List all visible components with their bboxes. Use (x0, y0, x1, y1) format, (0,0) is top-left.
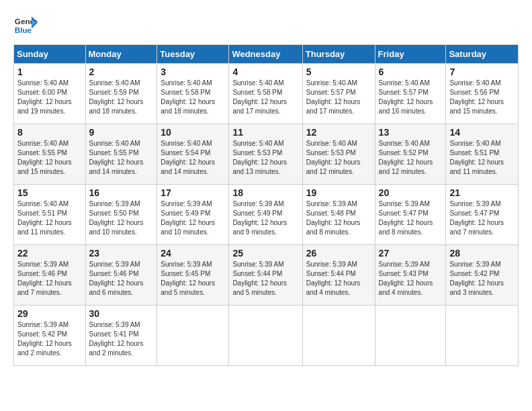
day-number: 15 (17, 187, 82, 198)
calendar-table: SundayMondayTuesdayWednesdayThursdayFrid… (13, 44, 519, 366)
day-detail: Sunrise: 5:40 AMSunset: 6:00 PMDaylight:… (17, 79, 72, 115)
day-number: 24 (161, 248, 225, 259)
day-number: 14 (449, 127, 515, 138)
day-detail: Sunrise: 5:40 AMSunset: 5:53 PMDaylight:… (232, 140, 287, 175)
day-detail: Sunrise: 5:39 AMSunset: 5:44 PMDaylight:… (306, 261, 361, 296)
calendar-cell: 21 Sunrise: 5:39 AMSunset: 5:47 PMDaylig… (446, 185, 519, 245)
calendar-cell: 24 Sunrise: 5:39 AMSunset: 5:45 PMDaylig… (157, 245, 229, 306)
day-number: 11 (232, 127, 298, 138)
day-detail: Sunrise: 5:40 AMSunset: 5:54 PMDaylight:… (161, 140, 215, 175)
day-detail: Sunrise: 5:39 AMSunset: 5:44 PMDaylight:… (232, 261, 287, 296)
day-number: 10 (161, 127, 225, 138)
week-row-3: 15 Sunrise: 5:40 AMSunset: 5:51 PMDaylig… (14, 185, 519, 245)
day-number: 21 (449, 187, 515, 198)
day-detail: Sunrise: 5:39 AMSunset: 5:46 PMDaylight:… (17, 261, 72, 296)
col-header-friday: Friday (375, 45, 446, 64)
calendar-cell: 22 Sunrise: 5:39 AMSunset: 5:46 PMDaylig… (14, 245, 86, 306)
day-detail: Sunrise: 5:40 AMSunset: 5:57 PMDaylight:… (379, 79, 433, 115)
day-detail: Sunrise: 5:39 AMSunset: 5:50 PMDaylight:… (89, 200, 144, 236)
day-number: 19 (306, 187, 371, 198)
calendar-cell: 19 Sunrise: 5:39 AMSunset: 5:48 PMDaylig… (302, 185, 375, 245)
calendar-cell: 18 Sunrise: 5:39 AMSunset: 5:49 PMDaylig… (229, 185, 302, 245)
col-header-wednesday: Wednesday (229, 45, 302, 64)
week-row-4: 22 Sunrise: 5:39 AMSunset: 5:46 PMDaylig… (14, 245, 519, 306)
day-number: 12 (306, 127, 371, 138)
day-number: 28 (449, 248, 515, 259)
calendar-cell: 23 Sunrise: 5:39 AMSunset: 5:46 PMDaylig… (85, 245, 157, 306)
col-header-saturday: Saturday (446, 45, 519, 64)
day-detail: Sunrise: 5:40 AMSunset: 5:56 PMDaylight:… (449, 79, 504, 115)
calendar-cell: 7 Sunrise: 5:40 AMSunset: 5:56 PMDayligh… (446, 64, 519, 124)
day-number: 6 (379, 66, 443, 77)
day-detail: Sunrise: 5:39 AMSunset: 5:48 PMDaylight:… (306, 200, 361, 236)
day-detail: Sunrise: 5:39 AMSunset: 5:47 PMDaylight:… (379, 200, 433, 236)
calendar-cell: 3 Sunrise: 5:40 AMSunset: 5:58 PMDayligh… (157, 64, 229, 124)
logo-icon: General Blue (13, 13, 38, 38)
col-header-thursday: Thursday (302, 45, 375, 64)
day-detail: Sunrise: 5:40 AMSunset: 5:55 PMDaylight:… (17, 140, 72, 175)
day-detail: Sunrise: 5:40 AMSunset: 5:59 PMDaylight:… (89, 79, 144, 115)
calendar-cell (302, 306, 375, 366)
week-row-1: 1 Sunrise: 5:40 AMSunset: 6:00 PMDayligh… (14, 64, 519, 124)
calendar-cell: 13 Sunrise: 5:40 AMSunset: 5:52 PMDaylig… (375, 124, 446, 185)
day-number: 23 (89, 248, 154, 259)
calendar-cell: 10 Sunrise: 5:40 AMSunset: 5:54 PMDaylig… (157, 124, 229, 185)
day-number: 3 (161, 66, 225, 77)
svg-text:Blue: Blue (15, 26, 32, 34)
calendar-cell: 4 Sunrise: 5:40 AMSunset: 5:58 PMDayligh… (229, 64, 302, 124)
day-detail: Sunrise: 5:39 AMSunset: 5:47 PMDaylight:… (449, 200, 504, 236)
day-detail: Sunrise: 5:39 AMSunset: 5:49 PMDaylight:… (161, 200, 215, 236)
day-number: 26 (306, 248, 371, 259)
day-detail: Sunrise: 5:39 AMSunset: 5:45 PMDaylight:… (161, 261, 215, 296)
day-detail: Sunrise: 5:39 AMSunset: 5:42 PMDaylight:… (449, 261, 504, 296)
calendar-cell: 15 Sunrise: 5:40 AMSunset: 5:51 PMDaylig… (14, 185, 86, 245)
day-number: 7 (449, 66, 515, 77)
calendar-cell: 2 Sunrise: 5:40 AMSunset: 5:59 PMDayligh… (85, 64, 157, 124)
week-row-5: 29 Sunrise: 5:39 AMSunset: 5:42 PMDaylig… (14, 306, 519, 366)
calendar-cell: 27 Sunrise: 5:39 AMSunset: 5:43 PMDaylig… (375, 245, 446, 306)
day-number: 5 (306, 66, 371, 77)
calendar-cell: 20 Sunrise: 5:39 AMSunset: 5:47 PMDaylig… (375, 185, 446, 245)
day-detail: Sunrise: 5:40 AMSunset: 5:51 PMDaylight:… (17, 200, 72, 236)
day-detail: Sunrise: 5:40 AMSunset: 5:51 PMDaylight:… (449, 140, 504, 175)
day-detail: Sunrise: 5:39 AMSunset: 5:42 PMDaylight:… (17, 321, 72, 357)
day-number: 29 (17, 308, 82, 319)
col-header-tuesday: Tuesday (157, 45, 229, 64)
calendar-cell: 12 Sunrise: 5:40 AMSunset: 5:53 PMDaylig… (302, 124, 375, 185)
day-detail: Sunrise: 5:40 AMSunset: 5:55 PMDaylight:… (89, 140, 144, 175)
col-header-monday: Monday (85, 45, 157, 64)
calendar-cell (229, 306, 302, 366)
calendar-cell: 26 Sunrise: 5:39 AMSunset: 5:44 PMDaylig… (302, 245, 375, 306)
calendar-cell (157, 306, 229, 366)
day-number: 9 (89, 127, 154, 138)
calendar-cell: 6 Sunrise: 5:40 AMSunset: 5:57 PMDayligh… (375, 64, 446, 124)
day-number: 16 (89, 187, 154, 198)
day-number: 25 (232, 248, 298, 259)
day-detail: Sunrise: 5:39 AMSunset: 5:41 PMDaylight:… (89, 321, 144, 357)
day-detail: Sunrise: 5:39 AMSunset: 5:49 PMDaylight:… (232, 200, 287, 236)
day-number: 18 (232, 187, 298, 198)
day-number: 8 (17, 127, 82, 138)
calendar-cell (446, 306, 519, 366)
day-detail: Sunrise: 5:39 AMSunset: 5:46 PMDaylight:… (89, 261, 144, 296)
day-detail: Sunrise: 5:40 AMSunset: 5:58 PMDaylight:… (232, 79, 287, 115)
week-row-2: 8 Sunrise: 5:40 AMSunset: 5:55 PMDayligh… (14, 124, 519, 185)
logo: General Blue (13, 13, 38, 38)
calendar-cell: 30 Sunrise: 5:39 AMSunset: 5:41 PMDaylig… (85, 306, 157, 366)
calendar-cell: 9 Sunrise: 5:40 AMSunset: 5:55 PMDayligh… (85, 124, 157, 185)
day-number: 27 (379, 248, 443, 259)
calendar-cell: 5 Sunrise: 5:40 AMSunset: 5:57 PMDayligh… (302, 64, 375, 124)
day-number: 2 (89, 66, 154, 77)
day-detail: Sunrise: 5:39 AMSunset: 5:43 PMDaylight:… (379, 261, 433, 296)
day-number: 17 (161, 187, 225, 198)
calendar-cell: 28 Sunrise: 5:39 AMSunset: 5:42 PMDaylig… (446, 245, 519, 306)
day-detail: Sunrise: 5:40 AMSunset: 5:58 PMDaylight:… (161, 79, 215, 115)
calendar-cell: 29 Sunrise: 5:39 AMSunset: 5:42 PMDaylig… (14, 306, 86, 366)
col-header-sunday: Sunday (14, 45, 86, 64)
calendar-cell: 1 Sunrise: 5:40 AMSunset: 6:00 PMDayligh… (14, 64, 86, 124)
day-detail: Sunrise: 5:40 AMSunset: 5:57 PMDaylight:… (306, 79, 361, 115)
day-number: 1 (17, 66, 82, 77)
calendar-cell (375, 306, 446, 366)
day-number: 4 (232, 66, 298, 77)
day-number: 30 (89, 308, 154, 319)
